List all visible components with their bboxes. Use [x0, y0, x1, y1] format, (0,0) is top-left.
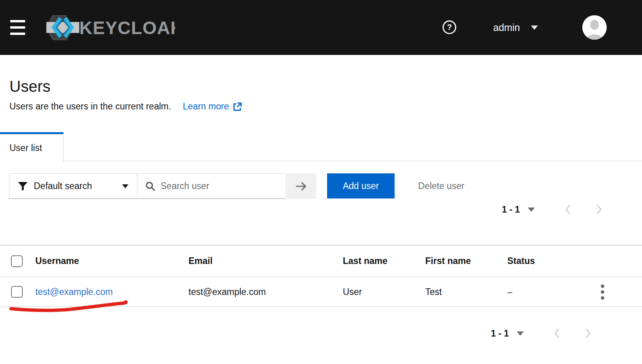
filter-icon: [18, 182, 27, 191]
status-cell: –: [507, 277, 512, 306]
search-type-label: Default search: [34, 181, 116, 191]
kebab-icon: [601, 290, 604, 294]
page-subtitle: Users are the users in the current realm…: [9, 101, 171, 112]
nav-toggle-button[interactable]: [10, 20, 25, 35]
hamburger-icon: [10, 26, 25, 29]
search-icon: [145, 181, 155, 191]
first-name-cell: Test: [425, 277, 442, 306]
pagination-range: 1 - 1: [502, 204, 520, 215]
column-header-status: Status: [507, 246, 535, 277]
column-header-last-name: Last name: [343, 246, 388, 277]
select-all-checkbox[interactable]: [11, 255, 23, 267]
external-link-icon: [232, 102, 242, 111]
learn-more-label: Learn more: [183, 101, 229, 112]
add-user-button[interactable]: Add user: [327, 173, 395, 198]
chevron-right-icon: [596, 204, 602, 215]
previous-page-button[interactable]: [554, 328, 560, 339]
pagination-bottom: 1 - 1: [491, 325, 591, 342]
hamburger-icon: [10, 33, 25, 35]
column-header-first-name: First name: [425, 246, 471, 277]
avatar-icon: [582, 15, 607, 40]
kebab-icon: [601, 296, 604, 300]
chevron-right-icon: [585, 328, 591, 339]
learn-more-link[interactable]: Learn more: [183, 101, 242, 112]
last-name-cell: User: [343, 277, 362, 306]
keycloak-logo-graphic: KEYCLOAK: [46, 13, 175, 42]
email-cell: test@example.com: [188, 277, 266, 306]
caret-down-icon: [122, 184, 128, 188]
tab-user-list[interactable]: User list: [0, 132, 64, 162]
pagination-range: 1 - 1: [491, 328, 509, 339]
delete-user-button[interactable]: Delete user: [413, 173, 469, 198]
avatar[interactable]: [582, 15, 607, 40]
chevron-left-icon: [554, 328, 560, 339]
table-row: test@example.com test@example.com User T…: [0, 277, 642, 307]
column-header-username: Username: [35, 246, 79, 277]
pagination-top: 1 - 1: [502, 201, 602, 218]
search-type-dropdown[interactable]: Default search: [9, 173, 137, 199]
username-link[interactable]: test@example.com: [35, 287, 113, 297]
previous-page-button[interactable]: [565, 204, 571, 215]
next-page-button[interactable]: [596, 204, 602, 215]
pagination-menu-toggle[interactable]: 1 - 1: [502, 204, 535, 215]
masthead: KEYCLOAK ? admin: [0, 0, 642, 55]
help-icon: ?: [447, 23, 452, 32]
next-page-button[interactable]: [585, 328, 591, 339]
table-header-row: Username Email Last name First name Stat…: [0, 246, 642, 277]
search-field: [137, 173, 285, 199]
search-submit-button[interactable]: [285, 173, 316, 199]
user-menu-dropdown[interactable]: admin: [493, 18, 538, 37]
brand-wordmark: KEYCLOAK: [79, 18, 175, 38]
page-description: Users are the users in the current realm…: [9, 101, 242, 112]
hamburger-icon: [10, 20, 25, 22]
caret-down-icon: [517, 331, 524, 336]
search-input[interactable]: [161, 181, 285, 191]
chevron-left-icon: [565, 204, 571, 215]
keycloak-admin-console: KEYCLOAK ? admin Users Users are the use…: [0, 0, 642, 364]
tabs: User list: [0, 132, 642, 161]
row-actions-kebab-button[interactable]: [598, 282, 607, 302]
caret-down-icon: [531, 25, 538, 30]
caret-down-icon: [528, 207, 535, 212]
tab-user-list-label: User list: [9, 143, 42, 153]
keycloak-logo[interactable]: KEYCLOAK: [46, 13, 175, 42]
help-button[interactable]: ?: [443, 20, 456, 34]
kebab-icon: [601, 284, 604, 288]
page-title: Users: [9, 78, 50, 95]
row-checkbox[interactable]: [11, 286, 23, 298]
username-label: admin: [493, 22, 520, 33]
pagination-menu-toggle[interactable]: 1 - 1: [491, 328, 524, 339]
column-header-email: Email: [188, 246, 212, 277]
arrow-right-icon: [295, 181, 307, 191]
